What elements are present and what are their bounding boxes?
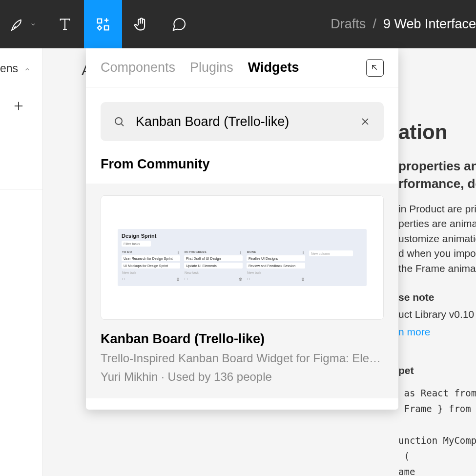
tab-components[interactable]: Components (101, 60, 175, 75)
resources-icon (95, 16, 111, 33)
divider (0, 189, 42, 189)
result-meta: Yuri Mikhin · Used by 136 people (101, 370, 384, 384)
breadcrumb-separator: / (373, 17, 376, 32)
result-author: Yuri Mikhin (101, 370, 158, 383)
result-usage: Used by 136 people (167, 370, 272, 383)
kanban-preview: Design Sprint Filter tasks TO DO⋮ User R… (118, 229, 367, 286)
search-field[interactable] (101, 102, 384, 141)
panel-tabs: Components Plugins Widgets (86, 48, 398, 87)
left-partial-label: ens (0, 62, 31, 75)
tab-plugins[interactable]: Plugins (190, 60, 233, 75)
result-thumbnail: Design Sprint Filter tasks TO DO⋮ User R… (101, 195, 384, 320)
svg-rect-1 (104, 25, 109, 30)
add-button[interactable] (12, 99, 25, 113)
result-title: Kanban Board (Trello-like) (101, 331, 384, 347)
search-icon (113, 116, 125, 127)
breadcrumb-drafts[interactable]: Drafts (331, 17, 366, 32)
move-tool[interactable] (0, 0, 46, 48)
left-panel: ens (0, 48, 43, 476)
breadcrumb: Drafts / 9 Web Interface (331, 17, 476, 32)
pen-icon (10, 17, 25, 32)
arrow-out-icon (371, 63, 379, 72)
result-description: Trello-Inspired Kanban Board Widget for … (101, 352, 384, 365)
chevron-up-icon (24, 66, 31, 73)
result-item[interactable]: Design Sprint Filter tasks TO DO⋮ User R… (86, 184, 398, 398)
comment-tool[interactable] (160, 0, 198, 48)
section-title: From Community (86, 150, 398, 176)
preview-col-new: New column (309, 250, 353, 281)
preview-columns: TO DO⋮ User Research for Design Sprint U… (122, 250, 363, 281)
right-note-title: se note (398, 290, 476, 305)
top-toolbar: Drafts / 9 Web Interface (0, 0, 476, 48)
text-icon (57, 17, 73, 32)
resources-panel: Components Plugins Widgets From Communit… (86, 48, 398, 410)
right-note-body: uct Library v0.10 and ea (398, 307, 476, 322)
preview-col-todo: TO DO⋮ User Research for Design Sprint U… (122, 250, 180, 281)
svg-point-2 (115, 118, 122, 124)
breadcrumb-file[interactable]: 9 Web Interface (383, 17, 476, 32)
chevron-down-icon (30, 21, 36, 27)
right-link[interactable]: n more (398, 324, 476, 340)
text-tool[interactable] (46, 0, 84, 48)
right-body: in Product are primar perties are animat… (398, 202, 476, 276)
right-subtitle: properties an rformance, de (398, 157, 476, 193)
preview-filter: Filter tasks (122, 241, 151, 247)
preview-board-title: Design Sprint (122, 233, 363, 239)
right-code-title: pet (398, 363, 476, 378)
clear-search-button[interactable] (359, 116, 371, 127)
svg-rect-0 (98, 19, 102, 23)
comment-icon (171, 17, 187, 32)
resources-tool[interactable] (84, 0, 122, 48)
close-icon (359, 116, 371, 127)
preview-col-inprogress: IN PROGRESS⋮ First Draft of UI Design Up… (184, 250, 243, 281)
search-input[interactable] (136, 114, 349, 129)
hand-icon (133, 16, 149, 33)
hand-tool[interactable] (122, 0, 160, 48)
expand-button[interactable] (366, 59, 384, 77)
right-code: as React from "rea Frame } from "fram un… (398, 385, 476, 476)
tab-widgets[interactable]: Widgets (248, 60, 299, 75)
search-wrap (86, 87, 398, 150)
right-title: ation (398, 117, 476, 147)
right-content: ation properties an rformance, de in Pro… (398, 48, 476, 476)
preview-col-done: DONE⋮ Finalize UI Designs Review and Fee… (247, 250, 305, 281)
tool-group (0, 0, 198, 48)
plus-icon (12, 99, 25, 113)
